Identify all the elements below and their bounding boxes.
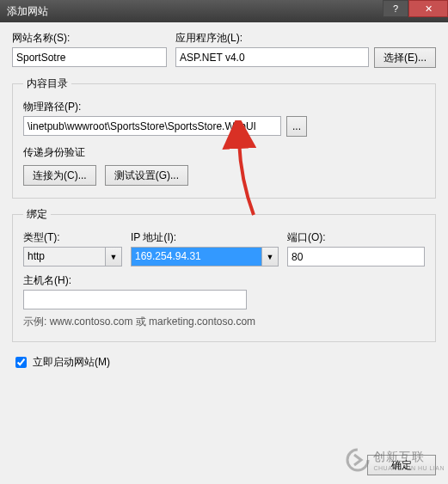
content-directory-group: 内容目录 物理路径(P): ... 传递身份验证 连接为(C)... 测试设置(…	[12, 77, 436, 199]
watermark-brand: 创新互联	[373, 450, 445, 465]
start-immediately-label: 立即启动网站(M)	[33, 355, 110, 370]
start-immediately-checkbox[interactable]	[15, 357, 27, 368]
watermark-sub: CHUANG XIN HU LIAN	[373, 465, 445, 471]
binding-group: 绑定 类型(T): http ▼ IP 地址(I): 169.254.94.31…	[12, 207, 436, 342]
window-title: 添加网站	[7, 4, 48, 19]
hostname-hint: 示例: www.contoso.com 或 marketing.contoso.…	[23, 315, 425, 329]
connect-as-button[interactable]: 连接为(C)...	[23, 165, 96, 186]
app-pool-label: 应用程序池(L):	[175, 31, 436, 46]
help-button[interactable]: ?	[383, 0, 408, 17]
hostname-input[interactable]	[23, 290, 247, 309]
browse-path-button[interactable]: ...	[286, 116, 307, 137]
chevron-down-icon[interactable]: ▼	[105, 247, 122, 267]
binding-port-input[interactable]	[287, 247, 425, 267]
binding-ip-label: IP 地址(I):	[131, 230, 279, 245]
close-button[interactable]: ✕	[408, 0, 448, 17]
physical-path-label: 物理路径(P):	[23, 100, 425, 114]
passthrough-auth-label: 传递身份验证	[23, 145, 425, 160]
hostname-label: 主机名(H):	[23, 273, 247, 288]
binding-ip-select[interactable]: 169.254.94.31 ▼	[131, 247, 279, 267]
binding-type-label: 类型(T):	[23, 230, 122, 245]
binding-legend: 绑定	[23, 207, 51, 222]
svg-point-0	[347, 450, 368, 470]
site-name-input[interactable]	[12, 47, 167, 67]
dialog-content: 网站名称(S): 应用程序池(L): 选择(E)... 内容目录 物理路径(P)…	[0, 22, 448, 379]
site-name-label: 网站名称(S):	[12, 31, 167, 46]
content-directory-legend: 内容目录	[23, 77, 71, 91]
binding-type-select[interactable]: http ▼	[23, 247, 122, 267]
watermark: 创新互联 CHUANG XIN HU LIAN	[346, 448, 445, 472]
binding-port-label: 端口(O):	[287, 230, 425, 245]
window-controls: ? ✕	[383, 0, 448, 17]
app-pool-input	[175, 47, 369, 67]
physical-path-input[interactable]	[23, 116, 281, 136]
watermark-logo-icon	[346, 448, 370, 472]
select-pool-button[interactable]: 选择(E)...	[374, 47, 436, 68]
titlebar: 添加网站 ? ✕	[0, 0, 448, 22]
chevron-down-icon[interactable]: ▼	[261, 247, 279, 267]
test-settings-button[interactable]: 测试设置(G)...	[105, 165, 188, 186]
